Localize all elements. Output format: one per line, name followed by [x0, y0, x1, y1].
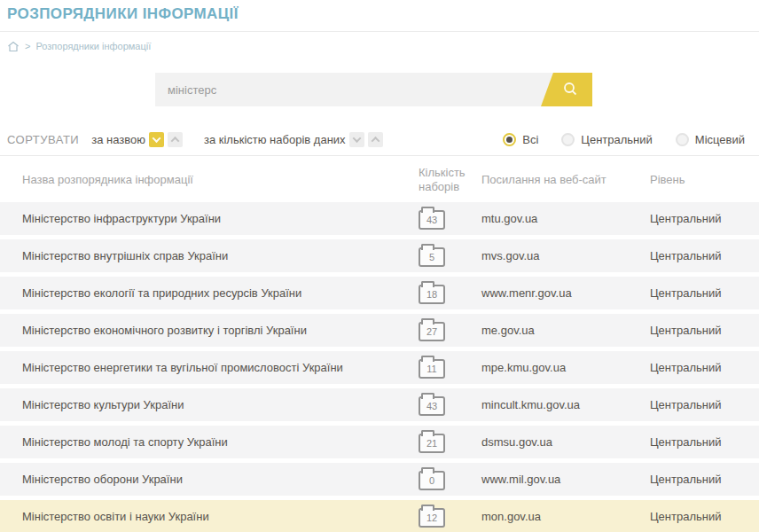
dataset-count-cell: 0 — [419, 468, 481, 490]
search-icon — [562, 81, 578, 99]
org-name: Міністерство екології та природних ресур… — [22, 286, 419, 300]
dataset-count-cell: 43 — [419, 394, 481, 416]
sort-bar: СОРТУВАТИ за назвою за кількістю наборів… — [0, 129, 759, 149]
chevron-up-icon — [171, 136, 180, 145]
page-title: РОЗПОРЯДНИКИ ІНФОРМАЦІЇ — [7, 5, 759, 23]
dataset-count-cell: 11 — [419, 356, 481, 379]
chevron-up-icon — [371, 136, 380, 145]
dataset-count: 5 — [429, 253, 434, 262]
dataset-count-cell: 43 — [419, 207, 481, 230]
level-label: Центральний — [650, 361, 759, 374]
breadcrumb-current: Розпорядники інформації — [35, 41, 151, 51]
sort-option-by-count: за кількістю наборів даних — [204, 132, 383, 147]
sort-by-name-asc-button[interactable] — [168, 132, 183, 147]
website-link[interactable]: www.mil.gov.ua — [481, 473, 650, 486]
sort-by-name-label[interactable]: за назвою — [91, 133, 145, 146]
org-name: Міністерство внутрішніх справ України — [22, 249, 419, 262]
dataset-count: 18 — [426, 290, 437, 300]
website-link[interactable]: www.menr.gov.ua — [481, 286, 650, 300]
table-row[interactable]: Міністерство молоді та спорту України 21… — [0, 426, 759, 458]
dataset-count: 12 — [426, 513, 437, 523]
website-link[interactable]: me.gov.ua — [481, 324, 650, 337]
dataset-count: 27 — [426, 327, 437, 337]
folder-icon: 11 — [419, 359, 445, 379]
org-name: Міністерство інфраструктури України — [22, 212, 419, 225]
table-row[interactable]: Міністерство енергетики та вугільної про… — [0, 351, 759, 384]
folder-icon: 12 — [419, 508, 445, 528]
sort-by-count-label[interactable]: за кількістю наборів даних — [204, 133, 346, 146]
column-header-level: Рівень — [650, 173, 759, 187]
dataset-count: 43 — [426, 402, 437, 411]
folder-icon: 43 — [419, 396, 445, 416]
org-name: Міністерство економічного розвитку і тор… — [22, 324, 419, 337]
radio-icon — [561, 133, 575, 146]
level-label: Центральний — [650, 510, 759, 523]
folder-icon: 18 — [419, 285, 445, 304]
search-bar — [155, 73, 592, 106]
filter-radio-local[interactable]: Місцевий — [676, 133, 745, 146]
filter-all-label: Всі — [522, 133, 538, 146]
breadcrumb-separator: > — [25, 41, 30, 51]
folder-icon: 21 — [419, 434, 445, 453]
table-row[interactable]: Міністерство екології та природних ресур… — [0, 277, 759, 309]
dataset-count-cell: 5 — [419, 245, 481, 267]
table-row[interactable]: Міністерство культури України 43 mincult… — [0, 388, 759, 421]
website-link[interactable]: mon.gov.ua — [481, 510, 650, 523]
sort-option-by-name: за назвою — [91, 132, 183, 147]
filter-radio-central[interactable]: Центральний — [561, 133, 653, 146]
filter-central-label: Центральний — [581, 133, 653, 146]
level-label: Центральний — [650, 286, 759, 300]
table-row[interactable]: Міністерство економічного розвитку і тор… — [0, 314, 759, 347]
page: РОЗПОРЯДНИКИ ІНФОРМАЦІЇ > Розпорядники і… — [0, 0, 759, 532]
dataset-count: 43 — [426, 215, 437, 225]
folder-icon: 0 — [419, 471, 445, 490]
table-row[interactable]: Міністерство освіти і науки України 12 m… — [0, 500, 759, 532]
org-name: Міністерство оборони України — [22, 473, 419, 486]
filter-radio-all[interactable]: Всі — [503, 133, 538, 146]
column-header-name: Назва розпорядника інформації — [22, 173, 419, 187]
table-body: Міністерство інфраструктури України 43 m… — [0, 202, 759, 532]
level-label: Центральний — [650, 398, 759, 411]
home-icon[interactable] — [7, 41, 20, 52]
org-name: Міністерство освіти і науки України — [22, 510, 419, 523]
website-link[interactable]: mvs.gov.ua — [481, 249, 650, 262]
website-link[interactable]: mincult.kmu.gov.ua — [481, 398, 650, 411]
title-bar: РОЗПОРЯДНИКИ ІНФОРМАЦІЇ — [0, 0, 759, 32]
website-link[interactable]: dsmsu.gov.ua — [481, 435, 650, 449]
radio-icon — [503, 133, 516, 146]
level-label: Центральний — [650, 435, 759, 449]
sort-by-count-asc-button[interactable] — [368, 132, 383, 147]
level-label: Центральний — [650, 324, 759, 337]
radio-icon — [676, 133, 689, 146]
level-label: Центральний — [650, 212, 759, 225]
folder-icon: 5 — [419, 247, 445, 267]
dataset-count: 11 — [426, 364, 436, 374]
org-name: Міністерство культури України — [22, 398, 419, 411]
table-row[interactable]: Міністерство внутрішніх справ України 5 … — [0, 239, 759, 272]
level-label: Центральний — [650, 249, 759, 262]
table-row[interactable]: Міністерство інфраструктури України 43 m… — [0, 202, 759, 235]
column-header-link: Посилання на веб-сайт — [481, 173, 650, 187]
dataset-count-cell: 27 — [419, 319, 481, 341]
table-row[interactable]: Міністерство оборони України 0 www.mil.g… — [0, 463, 759, 496]
sort-by-name-desc-button[interactable] — [149, 132, 164, 147]
org-name: Міністерство молоді та спорту України — [22, 435, 419, 449]
folder-icon: 43 — [419, 210, 445, 230]
filter-local-label: Місцевий — [695, 133, 745, 146]
sort-by-count-desc-button[interactable] — [349, 132, 364, 147]
dataset-count-cell: 18 — [419, 282, 481, 304]
dataset-count-cell: 21 — [419, 431, 481, 453]
level-filters: Всі Центральний Місцевий — [503, 133, 752, 146]
website-link[interactable]: mtu.gov.ua — [481, 212, 650, 225]
search-input[interactable] — [155, 73, 592, 106]
website-link[interactable]: mpe.kmu.gov.ua — [481, 361, 650, 374]
chevron-down-icon — [352, 134, 361, 143]
dataset-count-cell: 12 — [419, 505, 481, 528]
sort-label: СОРТУВАТИ — [7, 133, 79, 146]
folder-icon: 27 — [419, 322, 445, 341]
level-label: Центральний — [650, 473, 759, 486]
org-name: Міністерство енергетики та вугільної про… — [22, 361, 419, 374]
dataset-count: 21 — [426, 439, 437, 449]
dataset-count: 0 — [429, 476, 434, 486]
column-header-count: Кількість наборів — [419, 166, 473, 194]
